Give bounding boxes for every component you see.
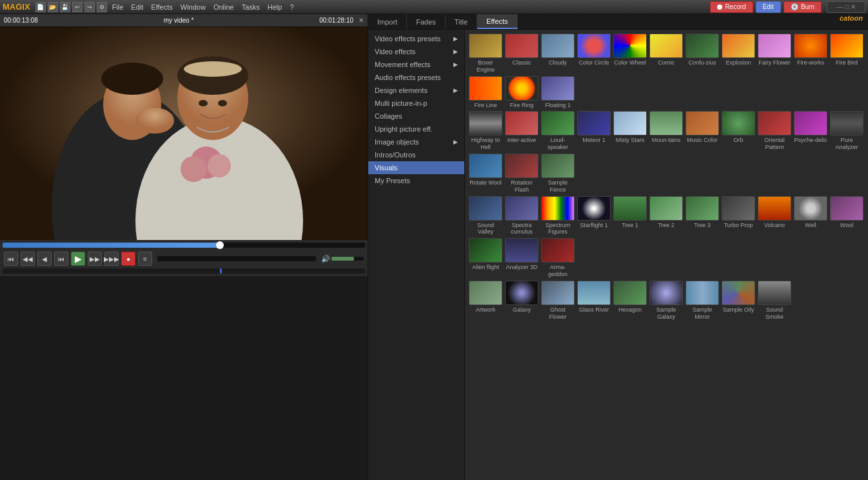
sidebar-my-presets[interactable]: My Presets: [368, 174, 464, 187]
tab-import[interactable]: Import: [368, 14, 407, 29]
sidebar-image-objects[interactable]: Image objects▶: [368, 135, 464, 148]
sidebar-collages[interactable]: Collages: [368, 110, 464, 123]
menu-button[interactable]: ≡: [138, 252, 152, 266]
play-button[interactable]: ▶: [71, 252, 85, 266]
effect-color-circle[interactable]: Color Circle: [577, 34, 611, 74]
effect-psyche[interactable]: Psyche-delic: [794, 111, 827, 151]
prev-frame-button[interactable]: ◀◀: [21, 252, 35, 266]
effect-meteor1[interactable]: Meteor 1: [577, 111, 611, 151]
effect-spectrum[interactable]: Spectrum Figures: [541, 196, 575, 236]
effect-music[interactable]: Music Color: [686, 111, 719, 151]
effect-tree2[interactable]: Tree 2: [649, 196, 683, 236]
effect-artwork[interactable]: Artwork: [469, 281, 502, 321]
scrub-bar[interactable]: [3, 268, 365, 274]
progress-fill: [3, 243, 220, 248]
effect-starflight[interactable]: Starflight 1: [577, 196, 611, 236]
progress-handle[interactable]: [216, 241, 224, 249]
sidebar-intros[interactable]: Intros/Outros: [368, 148, 464, 161]
menu-tasks[interactable]: Tasks: [242, 3, 260, 11]
effect-well[interactable]: Well: [794, 196, 827, 236]
effect-pure[interactable]: Pure Analyzer: [830, 111, 863, 151]
tab-title[interactable]: Title: [446, 14, 477, 29]
record-button[interactable]: Record: [710, 1, 753, 13]
effect-classic[interactable]: Classic: [505, 34, 538, 74]
progress-bar[interactable]: [3, 243, 365, 248]
menu-online[interactable]: Online: [213, 3, 234, 11]
undo-icon[interactable]: ↩: [72, 2, 83, 12]
effect-interactive[interactable]: Inter-active: [505, 111, 538, 151]
save-icon[interactable]: 💾: [60, 2, 70, 12]
sidebar-upright-picture[interactable]: Upright picture eff.: [368, 123, 464, 135]
effect-wool[interactable]: Wool: [830, 196, 863, 236]
open-icon[interactable]: 📂: [48, 2, 58, 12]
effect-turbo[interactable]: Turbo Prop: [722, 196, 755, 236]
effect-fireline[interactable]: Fire Line: [469, 76, 502, 109]
effect-sound-valley[interactable]: Sound Valley: [469, 196, 502, 236]
effect-hexagon[interactable]: Hexagon: [613, 281, 647, 321]
sidebar-visuals[interactable]: Visuals: [368, 161, 464, 174]
effect-sample-mirror[interactable]: Sample Mirror: [686, 281, 719, 321]
step-back-button[interactable]: ◀: [37, 252, 52, 266]
effect-ghost[interactable]: Ghost Flower: [541, 281, 575, 321]
new-icon[interactable]: 📄: [35, 2, 46, 12]
effect-analyzer3d[interactable]: Analyzer 3D: [505, 238, 538, 278]
menu-file[interactable]: File: [112, 3, 124, 11]
step-fwd-button[interactable]: ▶▶▶: [104, 252, 119, 266]
close-preview-icon[interactable]: ✕: [359, 17, 364, 24]
effect-mountains[interactable]: Moun-tains: [649, 111, 683, 151]
rewind-start-button[interactable]: ⏮: [4, 252, 18, 266]
effect-oriental[interactable]: Oriental Pattern: [758, 111, 791, 151]
effect-firering[interactable]: Fire Ring: [505, 76, 538, 109]
edit-button[interactable]: Edit: [756, 1, 781, 13]
effect-rotate[interactable]: Rotate Wool: [469, 154, 502, 194]
effect-tree3[interactable]: Tree 3: [686, 196, 719, 236]
effect-firebird[interactable]: Fire Bird: [830, 34, 863, 74]
effect-sample-fence[interactable]: Sample Fence: [541, 154, 575, 194]
effect-glass-river[interactable]: Glass River: [577, 281, 611, 321]
effect-explosion[interactable]: Explosion: [722, 34, 755, 74]
prev-button[interactable]: ⏮: [54, 252, 68, 266]
effect-comic[interactable]: Comic: [649, 34, 683, 74]
effect-spectra[interactable]: Spectra cumulus: [505, 196, 538, 236]
effect-tree1[interactable]: Tree 1: [613, 196, 647, 236]
tab-fades[interactable]: Fades: [407, 14, 446, 29]
effect-sample-oily[interactable]: Sample Oily: [722, 281, 755, 321]
effect-misty[interactable]: Misty Stars: [613, 111, 647, 151]
effect-sample-galaxy[interactable]: Sample Galaxy: [649, 281, 683, 321]
menu-edit[interactable]: Edit: [131, 3, 143, 11]
effect-alien[interactable]: Alien flight: [469, 238, 502, 278]
effect-armageddon[interactable]: Arma-geddon: [541, 238, 575, 278]
sidebar-video-presets[interactable]: Video effects presets▶: [368, 32, 464, 45]
effect-fairy[interactable]: Fairy Flower: [758, 34, 791, 74]
sidebar-video-effects[interactable]: Video effects▶: [368, 45, 464, 58]
menu-help[interactable]: Help: [268, 3, 282, 11]
sidebar-audio-presets[interactable]: Audio effects presets: [368, 71, 464, 84]
burn-button[interactable]: 💿Burn: [784, 1, 822, 13]
effect-orb[interactable]: Orb: [722, 111, 755, 151]
sidebar-multi-pip[interactable]: Multi picture-in-p: [368, 97, 464, 110]
volume-slider[interactable]: [331, 257, 364, 261]
effect-galaxy[interactable]: Galaxy: [505, 281, 538, 321]
effect-cloudy[interactable]: Cloudy: [541, 34, 575, 74]
effect-color-wheel[interactable]: Color Wheel: [613, 34, 647, 74]
menu-window[interactable]: Window: [181, 3, 206, 11]
effect-boxer[interactable]: Boxer Engine: [469, 34, 502, 74]
sidebar-movement-effects[interactable]: Movement effects▶: [368, 58, 464, 71]
redo-icon[interactable]: ↪: [84, 2, 95, 12]
effect-loudspeaker[interactable]: Loud-speaker: [541, 111, 575, 151]
settings-icon[interactable]: ⚙: [97, 2, 107, 12]
effect-volcano[interactable]: Volcano: [758, 196, 791, 236]
menu-question[interactable]: ?: [290, 3, 293, 11]
tab-effects[interactable]: Effects: [477, 14, 517, 29]
effect-highway[interactable]: Highway to Hell: [469, 111, 502, 151]
scrubber[interactable]: [157, 256, 316, 261]
effect-floating1[interactable]: Floating 1: [541, 76, 575, 109]
effect-confuzius[interactable]: Confu-zius: [686, 34, 719, 74]
effect-sound-smoke[interactable]: Sound Smoke: [758, 281, 791, 321]
effect-rotation[interactable]: Rotation Flash: [505, 154, 538, 194]
next-button[interactable]: ▶▶: [88, 252, 102, 266]
effect-fireworks[interactable]: Fire-works: [794, 34, 827, 74]
sidebar-design-elements[interactable]: Design elements▶: [368, 84, 464, 97]
menu-effects[interactable]: Effects: [151, 3, 172, 11]
record-button-transport[interactable]: ●: [121, 252, 135, 266]
